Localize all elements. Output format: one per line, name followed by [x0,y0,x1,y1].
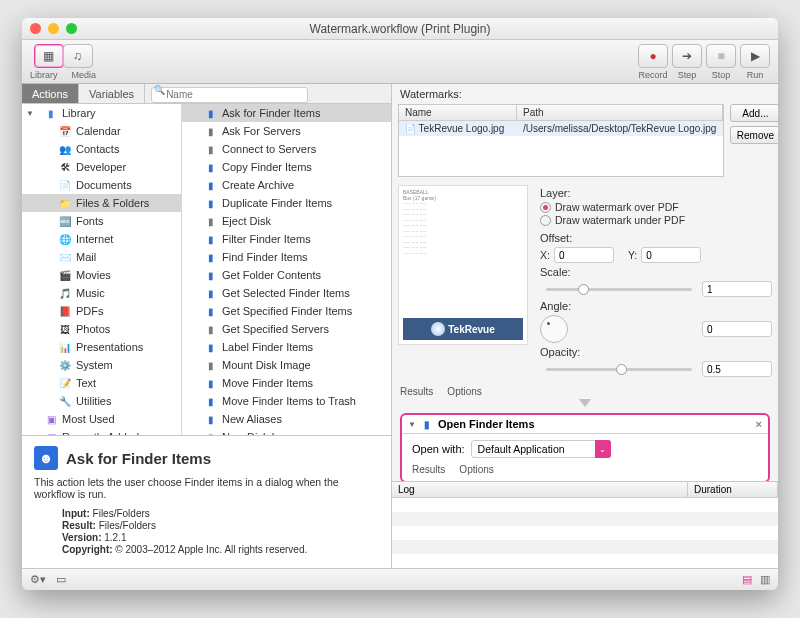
sidebar-item-recently-added[interactable]: ▣Recently Added [22,428,181,435]
action-item[interactable]: ▮Mount Disk Image [182,356,391,374]
library-list: ▼▮Library 📅Calendar👥Contacts🛠Developer📄D… [22,104,182,435]
duration-header[interactable]: Duration [688,482,778,497]
radio-on-icon [540,202,551,213]
col-name-header[interactable]: Name [399,105,517,120]
action-item[interactable]: ▮Move Finder Items to Trash [182,392,391,410]
col-path-header[interactable]: Path [517,105,723,120]
x-input[interactable] [554,247,614,263]
y-input[interactable] [641,247,701,263]
offset-label: Offset: [540,232,772,244]
results-tab-upper[interactable]: Results [400,386,433,397]
action-item-label: Ask for Finder Items [222,107,320,119]
action-item[interactable]: ▮Duplicate Finder Items [182,194,391,212]
sidebar-item-documents[interactable]: 📄Documents [22,176,181,194]
action-item[interactable]: ▮Move Finder Items [182,374,391,392]
copyright-label: Copyright: [62,544,113,555]
action-item[interactable]: ▮New Disk Image [182,428,391,435]
sidebar-item-mail[interactable]: ✉️Mail [22,248,181,266]
sidebar-item-fonts[interactable]: 🔤Fonts [22,212,181,230]
sidebar-item-files-folders[interactable]: 📁Files & Folders [22,194,181,212]
list-view-icon[interactable]: ▤ [742,573,752,586]
results-tab-lower[interactable]: Results [412,464,445,475]
sidebar-item-developer[interactable]: 🛠Developer [22,158,181,176]
action-item-label: Eject Disk [222,215,271,227]
action-item[interactable]: ▮Ask for Finder Items [182,104,391,122]
watermark-preview: BASEBALLBox (17 game)····· ····· ·······… [398,185,528,345]
action-item[interactable]: ▮Ask For Servers [182,122,391,140]
opacity-input[interactable] [702,361,772,377]
watermarks-table[interactable]: Name Path 📄 TekRevue Logo.jpg /Users/mel… [398,104,724,177]
sidebar-item-music[interactable]: 🎵Music [22,284,181,302]
options-tab-upper[interactable]: Options [447,386,481,397]
sidebar-item-pdfs[interactable]: 📕PDFs [22,302,181,320]
category-icon: 🎬 [58,269,72,281]
sidebar-item-photos[interactable]: 🖼Photos [22,320,181,338]
step-button[interactable]: ➔ [672,44,702,68]
action-title: Open Finder Items [438,418,535,430]
action-item[interactable]: ▮Label Finder Items [182,338,391,356]
disclosure-icon[interactable]: ▼ [408,420,416,429]
run-button[interactable]: ▶ [740,44,770,68]
add-button[interactable]: Add... [730,104,778,122]
action-item[interactable]: ▮Find Finder Items [182,248,391,266]
options-tab-lower[interactable]: Options [459,464,493,475]
scale-input[interactable] [702,281,772,297]
sidebar-item-label: Contacts [76,143,119,155]
action-item[interactable]: ▮Filter Finder Items [182,230,391,248]
action-item[interactable]: ▮Get Specified Servers [182,320,391,338]
action-item-label: Get Specified Finder Items [222,305,352,317]
close-icon[interactable]: × [756,418,762,430]
scale-slider[interactable] [546,288,692,291]
sidebar-item-contacts[interactable]: 👥Contacts [22,140,181,158]
angle-dial[interactable] [540,315,568,343]
action-item[interactable]: ▮Get Specified Finder Items [182,302,391,320]
sidebar-item-movies[interactable]: 🎬Movies [22,266,181,284]
window-title: Watermark.workflow (Print Plugin) [22,22,778,36]
category-icon: 🖼 [58,323,72,335]
record-button[interactable]: ● [638,44,668,68]
angle-input[interactable] [702,321,772,337]
sidebar-item-utilities[interactable]: 🔧Utilities [22,392,181,410]
input-value: Files/Folders [93,508,150,519]
stop-button[interactable]: ■ [706,44,736,68]
workflow-view-icon[interactable]: ▭ [56,573,66,586]
scale-label: Scale: [540,266,772,278]
sidebar-item-internet[interactable]: 🌐Internet [22,230,181,248]
search-input[interactable] [151,87,308,103]
library-toggle-button[interactable]: ▦ [34,44,64,68]
sidebar-item-label: Music [76,287,105,299]
media-toggle-button[interactable]: ♫ [63,44,93,68]
gear-icon[interactable]: ⚙︎▾ [30,573,46,586]
sidebar-item-most-used[interactable]: ▣Most Used [22,410,181,428]
layer-over-option[interactable]: Draw watermark over PDF [540,201,772,213]
action-item[interactable]: ▮Get Folder Contents [182,266,391,284]
action-item[interactable]: ▮Copy Finder Items [182,158,391,176]
action-item[interactable]: ▮Connect to Servers [182,140,391,158]
grid-view-icon[interactable]: ▥ [760,573,770,586]
row-path: /Users/melissa/Desktop/TekRevue Logo.jpg [517,121,723,136]
sidebar-item-system[interactable]: ⚙️System [22,356,181,374]
library-root[interactable]: ▼▮Library [22,104,181,122]
action-item[interactable]: ▮New Aliases [182,410,391,428]
opacity-slider[interactable] [546,368,692,371]
description-panel: ☻Ask for Finder Items This action lets t… [22,435,391,568]
watermarks-label: Watermarks: [400,88,770,100]
table-row[interactable]: 📄 TekRevue Logo.jpg /Users/melissa/Deskt… [399,121,723,136]
tab-variables[interactable]: Variables [79,84,145,103]
sidebar-item-label: Photos [76,323,110,335]
category-icon: 🔧 [58,395,72,407]
smart-folder-icon: ▣ [44,413,58,425]
sidebar-item-presentations[interactable]: 📊Presentations [22,338,181,356]
action-item[interactable]: ▮Eject Disk [182,212,391,230]
layer-under-option[interactable]: Draw watermark under PDF [540,214,772,226]
log-header[interactable]: Log [392,482,688,497]
action-icon: ▮ [204,125,218,137]
sidebar-item-text[interactable]: 📝Text [22,374,181,392]
remove-button[interactable]: Remove [730,126,778,144]
action-item[interactable]: ▮Get Selected Finder Items [182,284,391,302]
action-item[interactable]: ▮Create Archive [182,176,391,194]
sidebar-item-label: Mail [76,251,96,263]
sidebar-item-calendar[interactable]: 📅Calendar [22,122,181,140]
tab-actions[interactable]: Actions [22,84,79,103]
open-with-select[interactable]: Default Application ⌄ [471,440,611,458]
